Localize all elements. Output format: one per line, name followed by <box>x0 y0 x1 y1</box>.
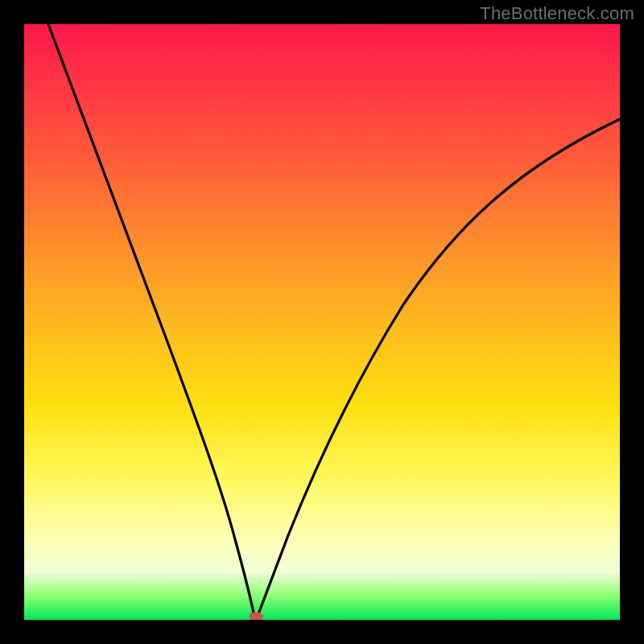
bottleneck-curve <box>24 24 620 620</box>
chart-frame: TheBottleneck.com <box>0 0 644 644</box>
curve-left-branch <box>48 24 254 618</box>
minimum-marker <box>250 613 262 620</box>
curve-right-branch <box>257 119 620 618</box>
plot-area <box>24 24 620 620</box>
watermark-text: TheBottleneck.com <box>480 3 634 24</box>
